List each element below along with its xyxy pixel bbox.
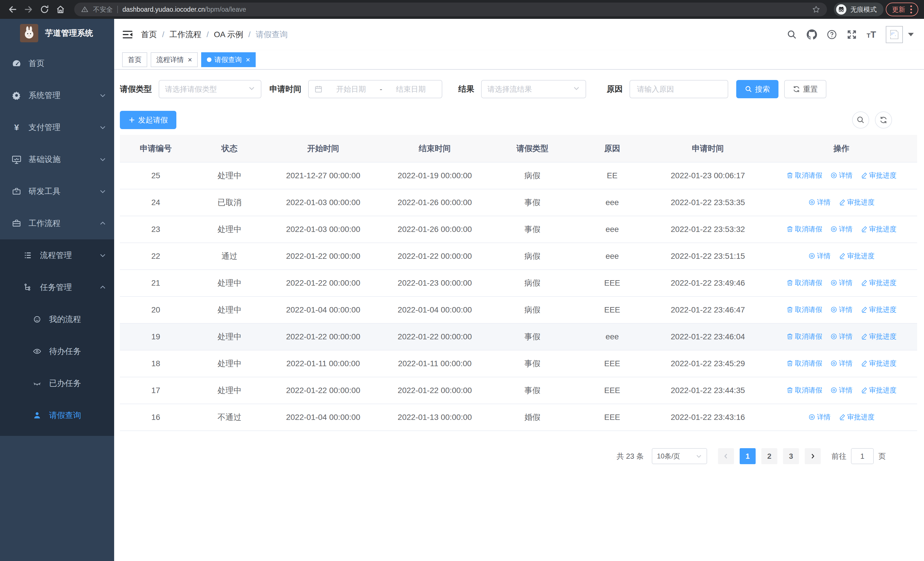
bookmark-star-icon[interactable] — [812, 5, 820, 14]
action-detail[interactable]: 详情 — [830, 278, 853, 287]
sidebar-toggle-icon[interactable] — [122, 30, 133, 39]
browser-menu-icon[interactable] — [910, 5, 912, 14]
action-cancel[interactable]: 取消请假 — [786, 332, 822, 341]
close-tab-icon[interactable]: × — [246, 56, 250, 63]
action-progress[interactable]: 审批进度 — [838, 251, 874, 260]
fullscreen-icon[interactable] — [847, 29, 857, 40]
sidebar-item-system[interactable]: 系统管理 — [0, 80, 114, 111]
page-button-3[interactable]: 3 — [783, 448, 799, 464]
sidebar-item-my-process[interactable]: 我的流程 — [0, 303, 114, 335]
sidebar-item-label: 任务管理 — [40, 282, 72, 293]
search-button[interactable]: 搜索 — [736, 80, 778, 98]
reload-icon[interactable] — [38, 3, 51, 16]
page-size-select[interactable]: 10条/页 — [652, 448, 707, 464]
tab-leave-query[interactable]: 请假查询× — [201, 52, 256, 67]
action-progress[interactable]: 审批进度 — [861, 332, 897, 341]
action-detail[interactable]: 详情 — [808, 198, 831, 207]
sidebar-item-infra[interactable]: 基础设施 — [0, 143, 114, 175]
goto-page-input[interactable] — [851, 448, 874, 464]
cell-end: 2022-01-26 00:00:00 — [379, 216, 490, 243]
caret-down-icon[interactable] — [908, 33, 914, 36]
security-warning-icon[interactable] — [81, 6, 88, 13]
sidebar-item-task-mgmt[interactable]: 任务管理 — [0, 271, 114, 303]
goto-label: 前往 — [831, 451, 846, 461]
apply-time-range-picker[interactable]: 开始日期 - 结束日期 — [308, 80, 442, 98]
action-progress[interactable]: 审批进度 — [861, 224, 897, 234]
action-detail[interactable]: 详情 — [830, 224, 853, 234]
sidebar-item-devtools[interactable]: 研发工具 — [0, 175, 114, 208]
prev-page-button[interactable] — [718, 448, 734, 464]
cell-reason: eee — [574, 189, 650, 216]
action-progress[interactable]: 审批进度 — [861, 171, 897, 180]
column-header: 结束时间 — [379, 135, 490, 162]
action-progress[interactable]: 审批进度 — [861, 278, 897, 287]
next-page-button[interactable] — [805, 448, 821, 464]
action-cancel[interactable]: 取消请假 — [786, 224, 822, 234]
action-label: 审批进度 — [869, 332, 897, 341]
action-detail[interactable]: 详情 — [830, 386, 853, 395]
action-progress[interactable]: 审批进度 — [838, 198, 874, 207]
sidebar-item-home[interactable]: 首页 — [0, 47, 114, 80]
font-size-icon[interactable]: TT — [867, 30, 876, 39]
chevron-up-icon — [99, 284, 106, 291]
tab-process-detail[interactable]: 流程详情× — [151, 52, 198, 67]
action-detail[interactable]: 详情 — [830, 171, 853, 180]
help-icon[interactable] — [827, 29, 837, 40]
action-label: 取消请假 — [795, 386, 822, 395]
address-bar[interactable]: 不安全 dashboard.yudao.iocoder.cn/bpm/oa/le… — [74, 3, 827, 16]
chevron-down-icon — [99, 124, 106, 131]
forward-icon[interactable] — [22, 3, 35, 16]
action-label: 详情 — [839, 332, 853, 341]
tab-home[interactable]: 首页 — [122, 52, 147, 67]
breadcrumb-item[interactable]: OA 示例 — [214, 29, 243, 40]
action-detail[interactable]: 详情 — [808, 412, 831, 422]
sidebar: 芋道管理系统 首页系统管理¥支付管理基础设施研发工具工作流程流程管理任务管理我的… — [0, 19, 114, 561]
action-cancel[interactable]: 取消请假 — [786, 278, 822, 287]
leave-type-select[interactable]: 请选择请假类型 — [159, 80, 261, 98]
action-detail[interactable]: 详情 — [830, 332, 853, 341]
page-button-2[interactable]: 2 — [761, 448, 777, 464]
create-leave-button[interactable]: 发起请假 — [120, 111, 176, 129]
sidebar-item-process-mgmt[interactable]: 流程管理 — [0, 239, 114, 271]
close-tab-icon[interactable]: × — [188, 56, 192, 63]
action-cancel[interactable]: 取消请假 — [786, 359, 822, 368]
action-detail[interactable]: 详情 — [830, 359, 853, 368]
action-progress[interactable]: 审批进度 — [861, 386, 897, 395]
home-icon[interactable] — [54, 3, 68, 16]
action-detail[interactable]: 详情 — [808, 251, 831, 260]
breadcrumb-item[interactable]: 工作流程 — [170, 29, 201, 40]
reason-input[interactable] — [630, 80, 728, 98]
action-progress[interactable]: 审批进度 — [838, 412, 874, 422]
table-row: 23处理中2022-01-03 00:00:002022-01-26 00:00… — [120, 216, 917, 243]
action-progress[interactable]: 审批进度 — [861, 359, 897, 368]
chevron-down-icon — [573, 85, 580, 94]
refresh-table-button[interactable] — [875, 111, 892, 129]
cell-start: 2022-01-03 00:00:00 — [267, 189, 379, 216]
result-select[interactable]: 请选择流结果 — [481, 80, 586, 98]
search-icon[interactable] — [787, 29, 797, 40]
back-icon[interactable] — [6, 3, 20, 16]
column-header: 申请编号 — [120, 135, 192, 162]
show-search-button[interactable] — [852, 111, 869, 129]
sidebar-item-done-task[interactable]: 已办任务 — [0, 367, 114, 399]
cell-type: 事假 — [490, 350, 574, 377]
sidebar-item-workflow[interactable]: 工作流程 — [0, 208, 114, 239]
action-label: 审批进度 — [847, 412, 874, 422]
reset-button[interactable]: 重置 — [784, 80, 826, 98]
action-cancel[interactable]: 取消请假 — [786, 305, 822, 314]
page-button-1[interactable]: 1 — [740, 448, 756, 464]
github-icon[interactable] — [807, 29, 817, 40]
action-detail[interactable]: 详情 — [830, 305, 853, 314]
avatar[interactable] — [886, 26, 903, 43]
action-label: 审批进度 — [869, 224, 897, 234]
action-cancel[interactable]: 取消请假 — [786, 171, 822, 180]
tab-label: 请假查询 — [214, 55, 242, 64]
sidebar-item-payment[interactable]: ¥支付管理 — [0, 111, 114, 143]
sidebar-item-leave-query[interactable]: 请假查询 — [0, 399, 114, 431]
reset-button-label: 重置 — [803, 84, 818, 94]
breadcrumb-item[interactable]: 首页 — [141, 29, 157, 40]
action-progress[interactable]: 审批进度 — [861, 305, 897, 314]
update-button[interactable]: 更新 — [886, 3, 918, 16]
sidebar-item-todo-task[interactable]: 待办任务 — [0, 335, 114, 367]
action-cancel[interactable]: 取消请假 — [786, 386, 822, 395]
